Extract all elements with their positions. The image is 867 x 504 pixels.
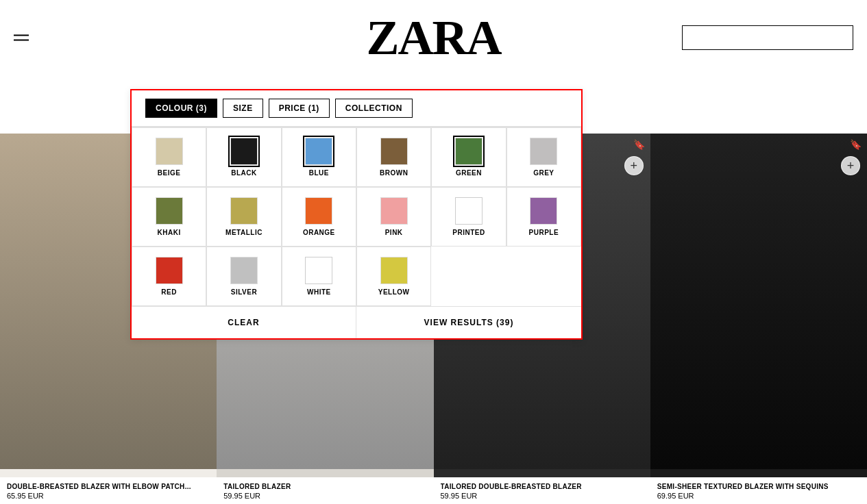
color-swatch-metallic — [230, 197, 258, 225]
filter-tabs: COLOUR (3) SIZE PRICE (1) COLLECTION — [132, 90, 581, 127]
color-swatch-khaki — [156, 197, 183, 225]
color-swatch-black — [230, 138, 258, 165]
product-price-3: 59.95 EUR — [441, 492, 644, 500]
color-swatch-brown — [380, 138, 408, 165]
color-cell-metallic[interactable]: METALLIC — [206, 187, 281, 247]
filter-tab-colour[interactable]: COLOUR (3) — [145, 99, 217, 118]
color-cell-beige[interactable]: BEIGE — [132, 127, 206, 187]
product-info-4: SEMI-SHEER TEXTURED BLAZER WITH SEQUINS … — [650, 477, 867, 504]
color-cell-silver[interactable]: SILVER — [206, 247, 281, 306]
color-label-blue: BLUE — [309, 169, 329, 177]
color-label-printed: PRINTED — [452, 229, 485, 236]
add-to-bag-4[interactable]: + — [841, 156, 860, 175]
color-swatch-printed — [455, 197, 483, 225]
color-cell-pink[interactable]: PINK — [356, 187, 431, 247]
color-swatch-grey — [530, 138, 557, 165]
color-cell-red[interactable]: RED — [132, 247, 206, 306]
color-swatch-red — [156, 257, 183, 284]
color-label-black: BLACK — [231, 169, 257, 177]
color-label-yellow: YELLOW — [378, 288, 410, 296]
color-label-grey: GREY — [533, 169, 554, 177]
product-price-1: 65.95 EUR — [7, 492, 210, 500]
color-cell-brown[interactable]: BROWN — [356, 127, 431, 187]
bookmark-4[interactable]: 🔖 — [850, 139, 862, 150]
color-label-pink: PINK — [385, 229, 403, 236]
color-label-khaki: KHAKI — [158, 229, 181, 236]
color-swatch-purple — [530, 197, 557, 225]
product-image-4 — [650, 134, 867, 469]
product-title-3: TAILORED DOUBLE-BREASTED BLAZER — [441, 483, 644, 490]
product-title-2: TAILORED BLAZER — [223, 483, 426, 490]
color-label-silver: SILVER — [231, 288, 257, 296]
color-label-beige: BEIGE — [158, 169, 181, 177]
color-cell-grey[interactable]: GREY — [506, 127, 581, 187]
product-info-1: DOUBLE-BREASTED BLAZER WITH ELBOW PATCH.… — [0, 477, 217, 504]
color-swatch-blue — [305, 138, 332, 165]
product-price-4: 69.95 EUR — [657, 492, 860, 500]
color-cell-yellow[interactable]: YELLOW — [356, 247, 431, 306]
product-price-2: 59.95 EUR — [223, 492, 426, 500]
color-label-metallic: METALLIC — [225, 229, 262, 236]
color-cell-blue[interactable]: BLUE — [282, 127, 356, 187]
product-info-2: TAILORED BLAZER 59.95 EUR — [217, 477, 433, 504]
view-results-button[interactable]: VIEW RESULTS (39) — [356, 307, 581, 338]
color-label-brown: BROWN — [380, 169, 408, 177]
product-title-1: DOUBLE-BREASTED BLAZER WITH ELBOW PATCH.… — [7, 483, 210, 490]
color-swatch-green — [455, 138, 483, 165]
color-swatch-orange — [305, 197, 332, 225]
color-cell-orange[interactable]: ORANGE — [282, 187, 356, 247]
color-cell-purple[interactable]: PURPLE — [506, 187, 581, 247]
zara-logo: ZARA — [366, 13, 500, 62]
filter-actions: CLEAR VIEW RESULTS (39) — [132, 306, 581, 338]
color-cell-green[interactable]: GREEN — [431, 127, 506, 187]
product-title-4: SEMI-SHEER TEXTURED BLAZER WITH SEQUINS — [657, 483, 860, 490]
color-swatch-yellow — [380, 257, 408, 284]
add-to-bag-3[interactable]: + — [624, 156, 644, 175]
clear-button[interactable]: CLEAR — [132, 307, 356, 338]
filter-tab-collection[interactable]: COLLECTION — [335, 99, 413, 118]
color-cell-white[interactable]: WHITE — [282, 247, 356, 306]
color-label-orange: ORANGE — [303, 229, 335, 236]
color-swatch-pink — [380, 197, 408, 225]
color-cell-printed[interactable]: PRINTED — [431, 187, 506, 247]
color-swatch-silver — [230, 257, 258, 284]
product-card: + SEMI-SHEER TEXTURED BLAZER WITH SEQUIN… — [650, 134, 867, 504]
color-swatch-beige — [156, 138, 183, 165]
filter-tab-size[interactable]: SIZE — [223, 99, 263, 118]
color-swatch-white — [305, 257, 332, 284]
filter-overlay: COLOUR (3) SIZE PRICE (1) COLLECTION BEI… — [130, 89, 583, 340]
color-cell-black[interactable]: BLACK — [206, 127, 281, 187]
color-cell-khaki[interactable]: KHAKI — [132, 187, 206, 247]
color-label-green: GREEN — [456, 169, 482, 177]
bookmark-3[interactable]: 🔖 — [633, 139, 645, 150]
header: ZARA — [0, 0, 867, 75]
color-label-red: RED — [161, 288, 177, 296]
product-info-3: TAILORED DOUBLE-BREASTED BLAZER 59.95 EU… — [434, 477, 650, 504]
filter-tab-price[interactable]: PRICE (1) — [269, 99, 330, 118]
color-label-white: WHITE — [307, 288, 331, 296]
search-box[interactable] — [682, 25, 853, 50]
hamburger-menu[interactable] — [14, 35, 29, 41]
color-grid: BEIGEBLACKBLUEBROWNGREENGREYKHAKIMETALLI… — [132, 127, 581, 306]
color-label-purple: PURPLE — [529, 229, 559, 236]
